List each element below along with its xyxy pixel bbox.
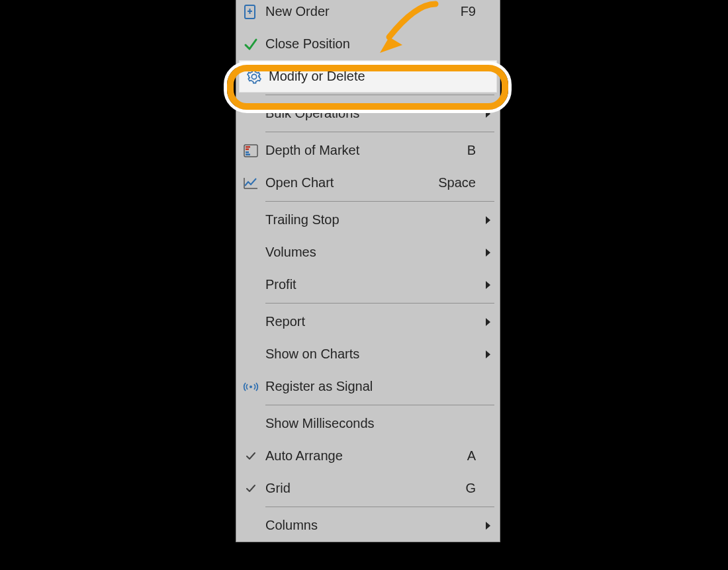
menu-item-label: Show Milliseconds [265,416,476,431]
menu-item-depth-of-market[interactable]: Depth of MarketB [236,134,500,167]
submenu-arrow-icon [476,350,492,359]
menu-separator [265,303,494,304]
menu-item-label: Modify or Delete [269,69,473,84]
context-menu: New OrderF9Close PositionModify or Delet… [236,0,500,542]
svg-rect-2 [246,146,250,148]
menu-item-label: Depth of Market [265,143,436,158]
menu-item-profit[interactable]: Profit [236,268,500,301]
checkmark-icon [236,483,265,495]
signal-icon [236,382,265,392]
menu-separator [265,405,494,405]
menu-item-register-as-signal[interactable]: Register as Signal [236,370,500,403]
menu-item-show-milliseconds[interactable]: Show Milliseconds [236,407,500,440]
svg-rect-4 [246,151,249,153]
submenu-arrow-icon [476,248,492,257]
menu-separator [265,507,494,507]
menu-separator [265,201,494,202]
menu-item-shortcut: F9 [436,4,476,19]
menu-item-report[interactable]: Report [236,305,500,338]
svg-rect-5 [246,153,250,155]
menu-item-label: Show on Charts [265,346,476,362]
menu-item-auto-arrange[interactable]: Auto ArrangeA [236,440,500,472]
depth-icon [236,144,265,157]
menu-item-shortcut: B [436,143,476,158]
menu-item-label: Profit [265,277,476,292]
menu-item-label: Trailing Stop [265,212,476,227]
plus-doc-icon [236,5,265,19]
submenu-arrow-icon [476,109,492,118]
submenu-arrow-icon [476,280,492,290]
submenu-arrow-icon [476,216,492,225]
check-green-icon [236,37,265,52]
menu-item-show-on-charts[interactable]: Show on Charts [236,338,500,370]
menu-item-grid[interactable]: GridG [236,472,500,505]
menu-item-label: Auto Arrange [265,448,436,464]
menu-item-shortcut: A [436,448,476,464]
callout-arrow-icon [363,0,442,70]
menu-item-label: Register as Signal [265,379,476,394]
menu-item-open-chart[interactable]: Open ChartSpace [236,167,500,199]
svg-point-6 [250,386,252,388]
menu-item-label: Grid [265,481,436,496]
svg-rect-3 [246,148,249,150]
menu-separator [265,132,494,132]
menu-item-label: Bulk Operations [265,106,476,121]
menu-item-shortcut: G [436,481,476,496]
menu-item-shortcut: Space [436,175,476,190]
menu-item-volumes[interactable]: Volumes [236,236,500,268]
menu-item-bulk-operations[interactable]: Bulk Operations [236,97,500,130]
menu-item-label: Report [265,314,476,329]
submenu-arrow-icon [476,521,492,530]
menu-item-label: Columns [265,518,476,533]
menu-item-columns[interactable]: Columns [236,509,500,542]
checkmark-icon [236,450,265,462]
chart-line-icon [236,177,265,190]
menu-item-trailing-stop[interactable]: Trailing Stop [236,204,500,236]
menu-item-label: Open Chart [265,175,436,190]
menu-separator [265,95,494,95]
menu-item-label: Volumes [265,245,476,260]
gear-blue-icon [240,69,269,84]
submenu-arrow-icon [476,317,492,327]
